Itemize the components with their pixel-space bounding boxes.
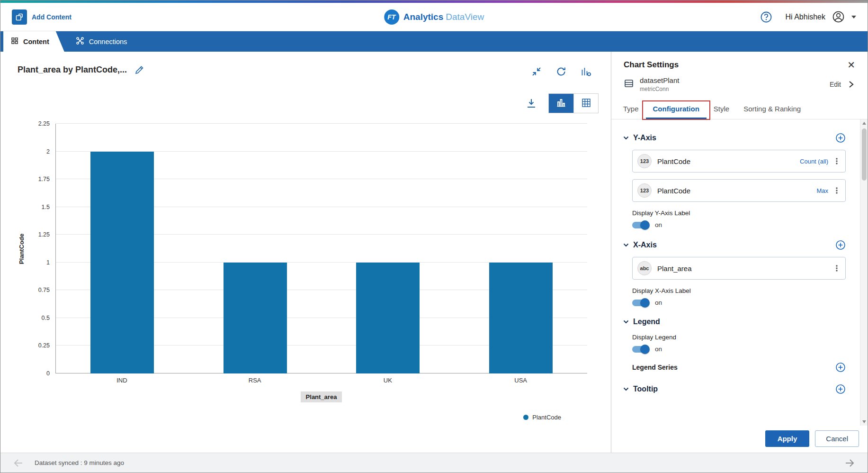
kebab-menu-icon[interactable] (833, 157, 841, 165)
chart-header: Plant_area by PlantCode,... (18, 65, 144, 75)
chevron-right-icon[interactable] (847, 80, 855, 89)
close-icon[interactable]: ✕ (847, 60, 855, 70)
display-y-axis-label-toggle[interactable] (632, 222, 649, 228)
chart-settings-panel: Chart Settings ✕ datasetPlant metricConn… (611, 52, 868, 453)
aggregation-link[interactable]: Count (all) (800, 158, 828, 165)
numeric-type-badge: 123 (637, 154, 652, 168)
add-y-axis-field-icon[interactable] (835, 133, 846, 143)
refresh-icon[interactable] (556, 66, 566, 77)
text-type-badge: abc (637, 261, 652, 275)
user-avatar-icon[interactable] (832, 10, 845, 23)
scroll-down-arrow-icon[interactable] (860, 418, 868, 426)
brand-suffix: DataView (446, 12, 484, 22)
y-tick-label: 0.5 (42, 315, 50, 321)
legend-section-header: Legend (623, 318, 846, 326)
section-title-x-axis: X-Axis (633, 241, 657, 249)
scroll-up-arrow-icon[interactable] (860, 119, 868, 127)
dataset-sync-status: Dataset synced : 9 minutes ago (35, 459, 124, 466)
tab-connections-label: Connections (89, 38, 127, 45)
toggle-state-label: on (655, 346, 662, 353)
display-y-axis-label-text: Display Y-Axis Label (632, 209, 846, 217)
chart-panel: Plant_area by PlantCode,... (0, 52, 611, 453)
scrollbar-thumb[interactable] (862, 128, 867, 181)
x-axis-section-header: X-Axis (623, 240, 846, 250)
help-icon[interactable] (760, 11, 772, 23)
y-axis-field-row[interactable]: 123 PlantCode Max (632, 179, 846, 202)
bars-row (56, 124, 587, 373)
add-content-button[interactable]: Add Content (12, 9, 72, 25)
settings-tabs: Type Configuration Style Sorting & Ranki… (611, 99, 868, 119)
plot-area (55, 124, 587, 373)
chevron-down-icon[interactable] (623, 318, 629, 325)
table-view-button[interactable] (573, 94, 598, 113)
add-tooltip-field-icon[interactable] (835, 384, 846, 394)
y-axis-field-row[interactable]: 123 PlantCode Count (all) (632, 150, 846, 173)
app-brand: FT Analytics DataView (384, 9, 484, 25)
user-menu-caret-icon[interactable] (851, 16, 856, 18)
y-tick-label: 0 (46, 370, 50, 377)
display-legend-toggle[interactable] (632, 346, 649, 353)
legend-label: PlantCode (532, 414, 561, 421)
x-tick-label: UK (322, 377, 455, 384)
tab-style[interactable]: Style (707, 99, 736, 119)
grid-icon (11, 37, 18, 46)
chart-top-icons (531, 66, 592, 77)
add-content-label: Add Content (32, 13, 72, 21)
forward-arrow-icon[interactable] (844, 457, 855, 469)
x-tick-label: RSA (188, 377, 322, 384)
bar-IND[interactable] (90, 152, 154, 373)
kebab-menu-icon[interactable] (833, 187, 841, 194)
connections-icon (76, 36, 84, 46)
bar-USA[interactable] (489, 263, 553, 373)
chevron-down-icon[interactable] (623, 135, 629, 141)
ft-logo-icon: FT (384, 9, 399, 25)
display-x-axis-label-toggle[interactable] (632, 300, 649, 306)
add-x-axis-field-icon[interactable] (835, 240, 846, 250)
status-bar: Dataset synced : 9 minutes ago (0, 453, 868, 473)
edit-title-pencil-icon[interactable] (134, 65, 144, 75)
apply-button[interactable]: Apply (765, 430, 810, 447)
section-title-tooltip: Tooltip (633, 385, 658, 393)
tab-connections[interactable]: Connections (64, 31, 139, 52)
chevron-down-icon[interactable] (623, 386, 629, 392)
section-title-y-axis: Y-Axis (633, 134, 656, 142)
settings-scrollbar[interactable] (860, 119, 868, 426)
download-icon[interactable] (526, 98, 537, 109)
legend-series-label: Legend Series (632, 364, 678, 371)
y-tick-label: 2 (46, 148, 50, 155)
chart-toolbar (526, 93, 599, 113)
tab-content[interactable]: Content (3, 31, 64, 52)
back-arrow-icon[interactable] (13, 457, 24, 469)
x-axis-title: Plant_area (301, 391, 342, 402)
tab-configuration[interactable]: Configuration (646, 99, 707, 119)
chevron-down-icon[interactable] (623, 242, 629, 248)
tab-sorting-ranking[interactable]: Sorting & Ranking (736, 99, 808, 119)
field-name: PlantCode (657, 157, 800, 165)
kebab-menu-icon[interactable] (833, 264, 841, 272)
legend-dot-icon (523, 415, 528, 420)
settings-footer: Apply Cancel (611, 426, 868, 453)
collapse-icon[interactable] (531, 66, 542, 77)
add-legend-series-icon[interactable] (835, 362, 846, 373)
chart-settings-icon[interactable] (581, 66, 592, 77)
tab-type[interactable]: Type (616, 99, 646, 119)
numeric-type-badge: 123 (637, 183, 652, 198)
bar-RSA[interactable] (224, 263, 287, 373)
y-tick-label: 1.5 (42, 204, 50, 210)
cancel-button[interactable]: Cancel (815, 430, 859, 447)
bar-chart-view-button[interactable] (549, 94, 573, 113)
settings-title: Chart Settings (624, 60, 679, 70)
chart-legend[interactable]: PlantCode (15, 414, 587, 421)
display-legend-text: Display Legend (632, 334, 846, 341)
bar-UK[interactable] (356, 263, 420, 373)
user-greeting: Hi Abhishek (786, 13, 826, 21)
edit-dataset-button[interactable]: Edit (830, 81, 841, 88)
bar-column (56, 124, 189, 373)
main-nav-bar: Content Connections (0, 31, 868, 52)
tab-configuration-label: Configuration (653, 105, 699, 113)
settings-body: Y-Axis 123 PlantCode Count (all) (611, 119, 868, 426)
y-tick-label: 0.75 (38, 287, 50, 293)
dataset-name: datasetPlant (640, 76, 679, 84)
aggregation-link[interactable]: Max (816, 187, 828, 194)
x-axis-field-row[interactable]: abc Plant_area (632, 257, 846, 280)
